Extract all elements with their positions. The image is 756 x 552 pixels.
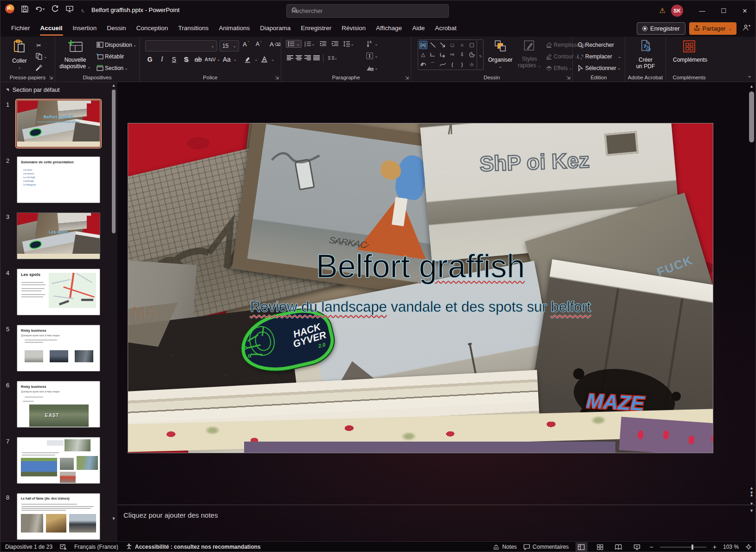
- spellcheck-icon[interactable]: [60, 544, 67, 550]
- slide-thumbnail-8[interactable]: Le hall of fame (Av. des Usines): [17, 493, 100, 540]
- maximize-button[interactable]: ☐: [713, 0, 734, 21]
- columns-button[interactable]: ⌄: [326, 54, 339, 62]
- format-painter-button[interactable]: [35, 64, 43, 71]
- panel-scroll-down-icon[interactable]: ▼: [111, 516, 116, 521]
- account-avatar[interactable]: SK: [671, 5, 683, 17]
- select-button[interactable]: Sélectionner⌄: [576, 64, 620, 72]
- character-spacing-button[interactable]: A⇆V: [205, 54, 216, 64]
- slide-thumbnail-6[interactable]: Risky business Quelques spots sont a hau…: [17, 381, 100, 428]
- font-color-button[interactable]: A: [259, 54, 270, 64]
- align-left-button[interactable]: [286, 54, 294, 62]
- collapse-ribbon-button[interactable]: ⌄: [747, 72, 752, 79]
- highlight-color-button[interactable]: [242, 54, 253, 64]
- shape-rounded-rect-icon[interactable]: ▢: [468, 41, 476, 49]
- slide-counter[interactable]: Diapositive 1 de 23: [5, 544, 52, 550]
- addins-button[interactable]: Compléments: [673, 39, 705, 63]
- slide-canvas[interactable]: © 2003 S̷A̷R̷K̷A̷C̷: [128, 123, 713, 453]
- shapes-gallery[interactable]: [A] □ ○ ▢ △ ⇨ ⇩ ⌒ { } ☆: [418, 39, 477, 70]
- smartart-button[interactable]: ⌄: [366, 64, 378, 72]
- warning-icon[interactable]: ⚠: [659, 6, 666, 15]
- bold-button[interactable]: G: [144, 54, 155, 64]
- slideshow-view-button[interactable]: [631, 542, 643, 552]
- quick-styles-button[interactable]: Stylesrapides ⌄: [516, 39, 543, 69]
- shape-triangle-icon[interactable]: △: [419, 51, 427, 59]
- save-icon[interactable]: [21, 5, 29, 13]
- canvas-scrollbar-thumb[interactable]: [749, 91, 754, 142]
- shape-left-brace-icon[interactable]: {: [448, 60, 457, 69]
- slide-thumbnail-7[interactable]: [17, 437, 100, 484]
- change-case-button[interactable]: Aa: [221, 54, 233, 64]
- paragraph-dialog-launcher[interactable]: ⇲: [405, 75, 409, 80]
- notes-placeholder[interactable]: Cliquez pour ajouter des notes: [123, 511, 218, 519]
- slide-sorter-view-button[interactable]: [594, 542, 606, 552]
- panel-scrollbar-thumb[interactable]: [112, 90, 116, 233]
- shape-block-arrow-icon[interactable]: ⇨: [448, 51, 457, 59]
- slide-subtitle-text[interactable]: Review du landscape vandale et des spots…: [128, 299, 713, 315]
- shape-scribble-icon[interactable]: [419, 60, 427, 69]
- grow-font-button[interactable]: Aˆ: [243, 41, 249, 48]
- close-button[interactable]: ✕: [734, 0, 756, 21]
- new-slide-button[interactable]: Nouvellediapositive ⌄: [59, 39, 91, 70]
- shape-right-brace-icon[interactable]: }: [458, 60, 466, 69]
- canvas-scroll-up-icon[interactable]: ▲: [749, 84, 755, 89]
- tab-affichage[interactable]: Affichage: [371, 21, 407, 37]
- tab-accueil[interactable]: Accueil: [35, 21, 68, 37]
- text-direction-button[interactable]: A⌄: [366, 40, 378, 48]
- font-size-combo[interactable]: 15⌄: [220, 40, 239, 51]
- shape-arrow-icon[interactable]: [439, 41, 447, 49]
- shape-down-arrow-icon[interactable]: ⇩: [458, 51, 466, 59]
- shape-oval-icon[interactable]: ○: [458, 41, 466, 49]
- zoom-slider[interactable]: [660, 547, 706, 547]
- minimize-button[interactable]: —: [691, 0, 713, 21]
- tab-revision[interactable]: Révision: [336, 21, 371, 37]
- bullets-button[interactable]: ⌄: [286, 40, 302, 48]
- tab-diaporama[interactable]: Diaporama: [255, 21, 296, 37]
- clipboard-dialog-launcher[interactable]: ⇲: [49, 75, 53, 80]
- text-shadow-button[interactable]: S: [181, 54, 192, 64]
- font-name-combo[interactable]: ⌄: [145, 40, 217, 51]
- previous-slide-button[interactable]: ▲▲: [749, 485, 755, 499]
- slide-thumbnail-1[interactable]: Belfort graffish Review du landscape van…: [17, 100, 100, 147]
- tab-conception[interactable]: Conception: [131, 21, 173, 37]
- tab-insertion[interactable]: Insertion: [68, 21, 102, 37]
- shapes-gallery-more-button[interactable]: ⌄̲: [477, 39, 484, 70]
- accessibility-status[interactable]: Accessibilité : consultez nos recommanda…: [126, 543, 261, 551]
- increase-indent-button[interactable]: [330, 40, 341, 48]
- notes-toggle[interactable]: Notes: [493, 544, 517, 550]
- layout-button[interactable]: Disposition⌄: [96, 41, 136, 49]
- line-spacing-button[interactable]: ⌄: [342, 40, 355, 48]
- notes-splitter[interactable]: [117, 505, 756, 505]
- section-header[interactable]: Section par défaut: [6, 87, 59, 93]
- slide-thumbnail-3[interactable]: Les spots: [17, 212, 100, 259]
- undo-icon[interactable]: [35, 5, 45, 13]
- zoom-level[interactable]: 103 %: [723, 544, 739, 550]
- underline-button[interactable]: S: [168, 54, 180, 64]
- shape-rectangle-icon[interactable]: □: [448, 41, 457, 49]
- drawing-dialog-launcher[interactable]: ⇲: [567, 75, 570, 80]
- shape-elbow-icon[interactable]: [429, 51, 437, 59]
- numbering-button[interactable]: 123 ⌄: [303, 40, 317, 48]
- tab-animations[interactable]: Animations: [213, 21, 255, 37]
- slide-thumbnail-5[interactable]: Risky business Quelques spots sont a hau…: [17, 325, 100, 372]
- reset-button[interactable]: Rétablir: [96, 52, 124, 60]
- copy-button[interactable]: ⌄: [35, 52, 47, 60]
- tab-acrobat[interactable]: Acrobat: [430, 21, 462, 37]
- shape-line-icon[interactable]: [429, 41, 437, 49]
- paste-button[interactable]: Coller ⌄: [5, 39, 34, 71]
- tab-transitions[interactable]: Transitions: [173, 21, 214, 37]
- find-button[interactable]: Rechercher: [576, 41, 614, 49]
- customize-qat-icon[interactable]: ⌄̲: [80, 6, 84, 12]
- replace-button[interactable]: bc Remplacer⌄: [576, 52, 621, 60]
- slide-thumbnail-2[interactable]: Sommaire de cette présentation Les spots…: [17, 156, 100, 203]
- strikethrough-button[interactable]: ab: [193, 54, 204, 64]
- panel-scroll-up-icon[interactable]: ▲: [111, 83, 116, 88]
- align-text-button[interactable]: ⌄: [366, 52, 378, 60]
- present-people-icon[interactable]: [742, 24, 751, 33]
- align-right-button[interactable]: [304, 54, 311, 62]
- tab-aide[interactable]: Aide: [407, 21, 430, 37]
- tab-fichier[interactable]: Fichier: [6, 21, 35, 37]
- shape-partial-circle-icon[interactable]: [468, 51, 476, 59]
- tab-enregistrer[interactable]: Enregistrer: [296, 21, 336, 37]
- arrange-button[interactable]: Organiser ⌄: [485, 39, 515, 70]
- align-center-button[interactable]: [295, 54, 303, 62]
